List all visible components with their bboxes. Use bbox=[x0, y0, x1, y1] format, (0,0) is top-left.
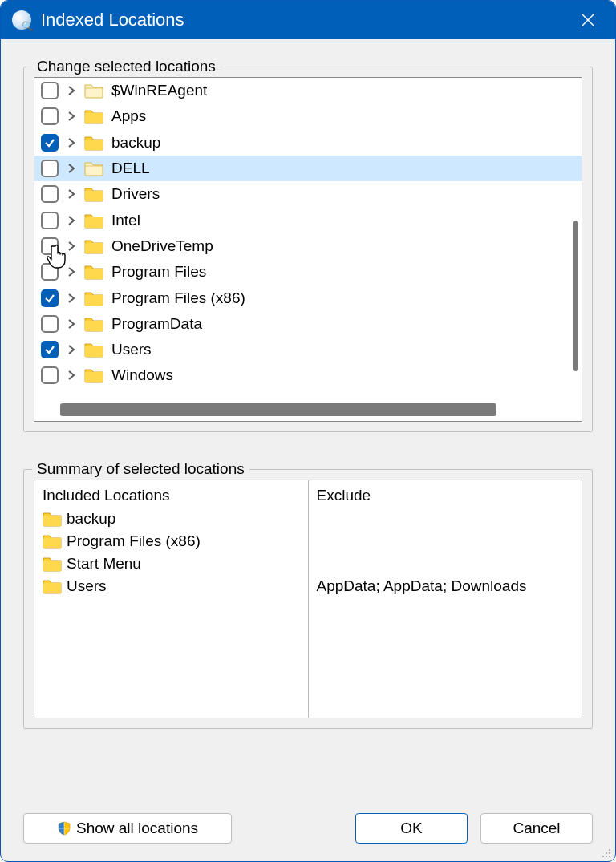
chevron-right-icon[interactable] bbox=[63, 186, 79, 202]
tree-item-label: $WinREAgent bbox=[111, 82, 207, 99]
folder-icon bbox=[84, 316, 103, 332]
show-all-locations-button[interactable]: Show all locations bbox=[23, 813, 232, 844]
svg-point-6 bbox=[609, 852, 610, 854]
location-checkbox[interactable] bbox=[41, 107, 59, 125]
summary-row[interactable]: Program Files (x86) bbox=[43, 530, 300, 552]
location-checkbox[interactable] bbox=[41, 185, 59, 203]
chevron-right-icon[interactable] bbox=[63, 342, 79, 358]
tree-item-label: Drivers bbox=[111, 185, 160, 203]
folder-icon bbox=[84, 342, 103, 358]
tree-row[interactable]: Drivers bbox=[34, 181, 582, 207]
location-checkbox[interactable] bbox=[41, 289, 59, 307]
folder-icon bbox=[84, 290, 103, 306]
tree-item-label: OneDriveTemp bbox=[111, 237, 213, 255]
location-checkbox[interactable] bbox=[41, 315, 59, 333]
tree-row[interactable]: Apps bbox=[34, 103, 582, 129]
folder-icon bbox=[43, 578, 62, 594]
summary-group: Summary of selected locations Included L… bbox=[23, 469, 593, 729]
folder-icon bbox=[84, 83, 103, 99]
chevron-right-icon[interactable] bbox=[63, 238, 79, 254]
tree-row[interactable]: backup bbox=[34, 130, 582, 156]
close-icon bbox=[581, 13, 595, 27]
summary-row[interactable]: Start Menu bbox=[43, 552, 300, 575]
show-all-locations-label: Show all locations bbox=[76, 820, 198, 837]
location-checkbox[interactable] bbox=[41, 341, 59, 358]
ok-label: OK bbox=[400, 820, 422, 837]
tree-row[interactable]: Program Files bbox=[34, 259, 582, 285]
tree-row[interactable]: Intel bbox=[34, 207, 582, 233]
summary-row[interactable]: Users bbox=[43, 575, 300, 597]
tree-item-label: ProgramData bbox=[111, 315, 202, 333]
folder-icon bbox=[84, 135, 103, 151]
tree-item-label: Apps bbox=[111, 107, 146, 125]
chevron-right-icon[interactable] bbox=[63, 108, 79, 124]
chevron-right-icon[interactable] bbox=[63, 135, 79, 151]
svg-point-9 bbox=[609, 856, 610, 857]
tree-row[interactable]: DELL bbox=[34, 156, 582, 181]
summary-name: Users bbox=[67, 577, 107, 595]
folder-icon bbox=[43, 533, 62, 549]
summary-name: Program Files (x86) bbox=[67, 532, 201, 550]
location-checkbox[interactable] bbox=[41, 263, 59, 281]
location-checkbox[interactable] bbox=[41, 160, 59, 177]
summary-exclude-row[interactable] bbox=[317, 508, 574, 530]
folder-icon bbox=[84, 212, 103, 229]
folder-icon bbox=[84, 264, 103, 280]
chevron-right-icon[interactable] bbox=[63, 367, 79, 383]
tree-row[interactable]: Users bbox=[34, 337, 582, 362]
summary-exclude-row[interactable] bbox=[317, 530, 574, 552]
location-checkbox[interactable] bbox=[41, 212, 59, 229]
dialog-buttons: Show all locations OK Cancel bbox=[1, 813, 615, 861]
svg-point-8 bbox=[606, 856, 607, 857]
folder-icon bbox=[84, 108, 103, 124]
tree-item-label: Users bbox=[111, 341, 152, 358]
svg-point-7 bbox=[602, 856, 604, 857]
chevron-right-icon[interactable] bbox=[63, 83, 79, 99]
chevron-right-icon[interactable] bbox=[63, 212, 79, 229]
summary-label: Summary of selected locations bbox=[32, 460, 249, 478]
location-checkbox[interactable] bbox=[41, 134, 59, 152]
vertical-scrollbar-thumb[interactable] bbox=[573, 221, 578, 371]
chevron-right-icon[interactable] bbox=[63, 160, 79, 176]
location-checkbox[interactable] bbox=[41, 366, 59, 384]
tree-row[interactable]: Program Files (x86) bbox=[34, 285, 582, 310]
resize-grip[interactable] bbox=[599, 845, 612, 858]
included-column: Included Locations backup Program Files … bbox=[34, 480, 309, 718]
location-checkbox[interactable] bbox=[41, 82, 59, 99]
folder-icon bbox=[84, 186, 103, 202]
summary-exclude-row[interactable]: AppData; AppData; Downloads bbox=[317, 575, 574, 597]
summary-exclude-row[interactable] bbox=[317, 552, 574, 575]
locations-tree[interactable]: $WinREAgent Apps backup DELL Drivers Int… bbox=[34, 78, 582, 397]
tree-row[interactable]: $WinREAgent bbox=[34, 78, 582, 103]
folder-icon bbox=[43, 511, 62, 527]
tree-item-label: Intel bbox=[111, 212, 140, 229]
titlebar[interactable]: Indexed Locations bbox=[1, 1, 615, 39]
horizontal-scrollbar-thumb[interactable] bbox=[60, 403, 496, 416]
tree-row[interactable]: ProgramData bbox=[34, 311, 582, 337]
folder-icon bbox=[43, 556, 62, 572]
chevron-right-icon[interactable] bbox=[63, 264, 79, 280]
location-checkbox[interactable] bbox=[41, 237, 59, 255]
app-icon bbox=[12, 10, 31, 30]
indexed-locations-dialog: Indexed Locations Change selected locati… bbox=[0, 0, 616, 862]
exclude-column: Exclude AppData; AppData; Downloads bbox=[309, 480, 582, 718]
change-locations-group: Change selected locations $WinREAgent Ap… bbox=[23, 67, 593, 432]
tree-row[interactable]: Windows bbox=[34, 362, 582, 388]
summary-row[interactable]: backup bbox=[43, 508, 300, 530]
dialog-body: Change selected locations $WinREAgent Ap… bbox=[1, 39, 615, 813]
chevron-right-icon[interactable] bbox=[63, 316, 79, 332]
svg-point-4 bbox=[609, 849, 610, 851]
cancel-label: Cancel bbox=[513, 820, 560, 837]
folder-icon bbox=[84, 160, 103, 176]
close-button[interactable] bbox=[572, 4, 604, 36]
tree-row[interactable]: OneDriveTemp bbox=[34, 233, 582, 259]
svg-point-5 bbox=[606, 852, 607, 854]
horizontal-scrollbar-track[interactable] bbox=[38, 403, 570, 416]
locations-tree-container: $WinREAgent Apps backup DELL Drivers Int… bbox=[34, 77, 582, 422]
cancel-button[interactable]: Cancel bbox=[480, 813, 593, 844]
change-locations-label: Change selected locations bbox=[32, 58, 221, 75]
exclude-header: Exclude bbox=[317, 487, 574, 504]
folder-icon bbox=[84, 238, 103, 254]
ok-button[interactable]: OK bbox=[355, 813, 468, 844]
chevron-right-icon[interactable] bbox=[63, 290, 79, 306]
